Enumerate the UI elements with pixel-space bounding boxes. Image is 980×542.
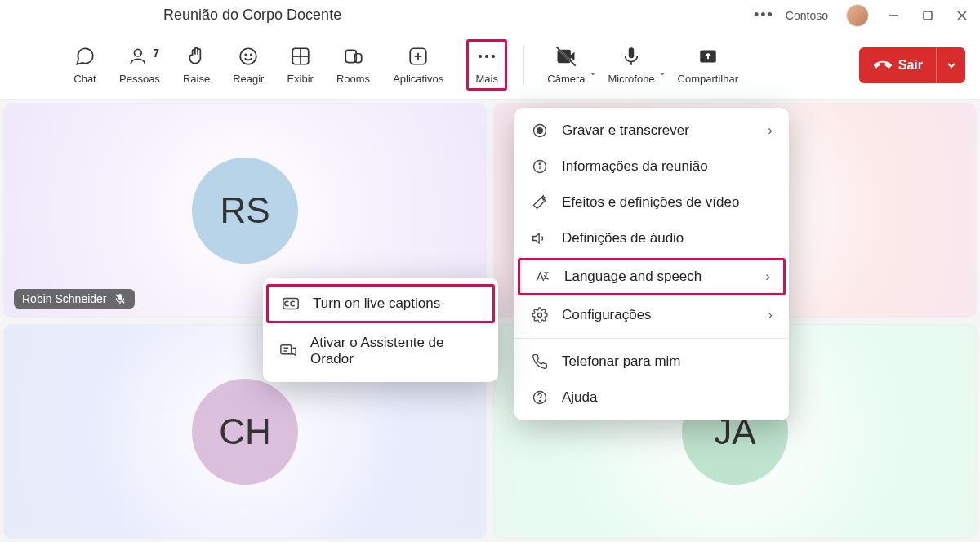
emoji-icon bbox=[237, 45, 260, 68]
share-button[interactable]: Compartilhar bbox=[678, 45, 738, 85]
language-submenu: Turn on live captions Ativar o Assistent… bbox=[263, 278, 498, 382]
menu-info[interactable]: Informações da reunião bbox=[514, 149, 789, 184]
user-avatar[interactable] bbox=[846, 4, 869, 27]
svg-point-17 bbox=[485, 55, 488, 58]
svg-rect-21 bbox=[629, 47, 635, 58]
phone-icon bbox=[531, 353, 549, 370]
mic-muted-icon bbox=[114, 292, 127, 305]
meeting-title: Reunião do Corpo Docente bbox=[163, 7, 341, 24]
meeting-toolbar: Chat 7 Pessoas Raise Reagir Exibir Rooms… bbox=[0, 31, 980, 100]
menu-divider bbox=[514, 338, 789, 339]
menu-language-speech[interactable]: Language and speech › bbox=[518, 258, 786, 295]
help-icon bbox=[531, 389, 549, 406]
participant-nameplate: Robin Schneider bbox=[14, 289, 135, 309]
org-label: Contoso bbox=[786, 9, 828, 22]
svg-point-5 bbox=[241, 48, 257, 64]
svg-rect-12 bbox=[354, 54, 362, 63]
info-icon bbox=[531, 158, 549, 175]
svg-point-29 bbox=[539, 163, 541, 165]
hangup-icon bbox=[874, 56, 892, 74]
svg-point-16 bbox=[479, 55, 482, 58]
svg-point-18 bbox=[492, 55, 495, 58]
close-button[interactable] bbox=[954, 7, 970, 24]
more-menu: Gravar e transcrever › Informações da re… bbox=[514, 108, 789, 420]
participant-avatar: RS bbox=[192, 158, 298, 264]
react-button[interactable]: Reagir bbox=[233, 45, 264, 85]
maximize-button[interactable] bbox=[920, 7, 936, 24]
chat-icon bbox=[74, 45, 96, 68]
menu-call-me[interactable]: Telefonar para mim bbox=[514, 344, 789, 380]
people-icon: 7 bbox=[128, 45, 151, 68]
raise-hand-button[interactable]: Raise bbox=[183, 45, 210, 85]
camera-button[interactable]: Câmera ⌄ bbox=[547, 45, 585, 85]
captions-icon bbox=[282, 295, 300, 313]
chevron-right-icon: › bbox=[768, 307, 773, 323]
svg-point-26 bbox=[537, 128, 543, 134]
submenu-speaker-coach[interactable]: Ativar o Assistente de Orador bbox=[263, 325, 498, 377]
rooms-button[interactable]: Rooms bbox=[336, 45, 370, 85]
hand-icon bbox=[185, 45, 208, 68]
camera-off-icon bbox=[555, 45, 577, 68]
menu-help[interactable]: Ajuda bbox=[514, 380, 789, 415]
title-bar: Reunião do Corpo Docente ••• Contoso bbox=[0, 0, 980, 31]
svg-point-4 bbox=[134, 49, 141, 56]
participant-avatar: CH bbox=[192, 379, 298, 485]
svg-point-32 bbox=[539, 401, 540, 402]
apps-button[interactable]: Aplicativos bbox=[393, 45, 443, 85]
people-button[interactable]: 7 Pessoas bbox=[119, 45, 160, 85]
more-button[interactable]: Mais bbox=[466, 39, 507, 91]
svg-rect-34 bbox=[281, 345, 292, 354]
gear-icon bbox=[531, 307, 549, 323]
grid-icon bbox=[289, 45, 312, 68]
chevron-right-icon: › bbox=[765, 269, 770, 285]
microphone-icon bbox=[620, 45, 643, 68]
menu-settings[interactable]: Configurações › bbox=[514, 297, 789, 333]
more-icon bbox=[475, 45, 498, 68]
svg-rect-1 bbox=[924, 11, 932, 20]
view-button[interactable]: Exibir bbox=[287, 45, 314, 85]
apps-icon bbox=[407, 45, 430, 68]
leave-options-chevron[interactable] bbox=[936, 47, 965, 83]
chat-button[interactable]: Chat bbox=[74, 45, 96, 85]
more-header-icon[interactable]: ••• bbox=[754, 7, 774, 24]
record-icon bbox=[531, 122, 549, 139]
chevron-down-icon[interactable]: ⌄ bbox=[589, 66, 597, 78]
menu-record[interactable]: Gravar e transcrever › bbox=[514, 113, 789, 149]
svg-point-7 bbox=[251, 54, 252, 55]
separator bbox=[523, 45, 524, 86]
wand-icon bbox=[531, 194, 549, 211]
svg-point-30 bbox=[538, 313, 542, 318]
language-icon bbox=[533, 269, 551, 285]
chevron-down-icon[interactable]: ⌄ bbox=[658, 66, 666, 78]
chevron-right-icon: › bbox=[768, 122, 773, 139]
menu-audio-settings[interactable]: Definições de áudio bbox=[514, 220, 789, 256]
speaker-icon bbox=[531, 230, 549, 247]
svg-point-6 bbox=[245, 54, 246, 55]
menu-video-effects[interactable]: Efeitos e definições de vídeo bbox=[514, 184, 789, 220]
share-icon bbox=[697, 45, 719, 68]
leave-button[interactable]: Sair bbox=[859, 47, 965, 83]
rooms-icon bbox=[342, 45, 365, 68]
mic-button[interactable]: Microfone ⌄ bbox=[608, 45, 655, 85]
coach-icon bbox=[279, 342, 297, 360]
submenu-live-captions[interactable]: Turn on live captions bbox=[266, 284, 495, 323]
minimize-button[interactable] bbox=[885, 7, 902, 24]
